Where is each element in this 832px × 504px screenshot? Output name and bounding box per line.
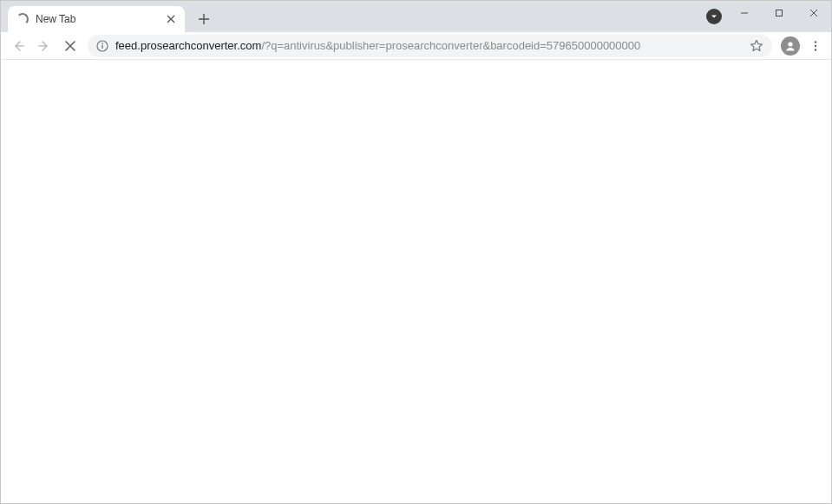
caret-down-icon xyxy=(710,12,718,21)
new-tab-button[interactable] xyxy=(192,7,216,31)
url-host: feed.prosearchconverter.com xyxy=(115,39,261,52)
menu-button[interactable] xyxy=(805,34,826,58)
titlebar: New Tab xyxy=(1,1,831,32)
tab-title: New Tab xyxy=(36,13,164,25)
url-path: /?q=antivirus&publisher=prosearchconvert… xyxy=(261,39,640,52)
forward-button[interactable] xyxy=(32,34,56,58)
svg-rect-0 xyxy=(776,10,783,16)
info-icon xyxy=(96,40,108,52)
profile-button[interactable] xyxy=(781,36,800,56)
window-close-button[interactable] xyxy=(796,1,831,25)
url-text: feed.prosearchconverter.com/?q=antivirus… xyxy=(115,39,743,52)
maximize-button[interactable] xyxy=(762,1,796,25)
user-icon xyxy=(784,40,796,52)
loading-spinner-icon xyxy=(16,13,29,25)
close-icon xyxy=(167,15,175,23)
star-icon xyxy=(750,39,763,53)
stop-button[interactable] xyxy=(58,34,82,58)
minimize-button[interactable] xyxy=(727,1,762,25)
bookmark-button[interactable] xyxy=(750,39,763,53)
address-bar[interactable]: feed.prosearchconverter.com/?q=antivirus… xyxy=(88,35,772,57)
svg-point-4 xyxy=(788,42,792,46)
svg-rect-3 xyxy=(102,45,102,49)
page-content xyxy=(1,60,831,503)
svg-point-5 xyxy=(815,41,816,43)
site-info-button[interactable] xyxy=(96,40,108,52)
svg-point-7 xyxy=(815,49,816,50)
toolbar: feed.prosearchconverter.com/?q=antivirus… xyxy=(1,32,831,60)
browser-tab[interactable]: New Tab xyxy=(8,6,185,32)
plus-icon xyxy=(198,13,210,25)
arrow-left-icon xyxy=(11,39,25,53)
extension-badge[interactable] xyxy=(706,9,722,24)
svg-point-2 xyxy=(102,43,103,44)
close-icon xyxy=(809,9,818,17)
back-button[interactable] xyxy=(6,34,30,58)
close-tab-button[interactable] xyxy=(164,12,178,26)
close-icon xyxy=(63,39,77,53)
window-controls xyxy=(727,1,831,25)
svg-point-6 xyxy=(815,44,816,46)
minimize-icon xyxy=(740,9,749,17)
kebab-icon xyxy=(809,40,822,52)
maximize-icon xyxy=(775,9,783,17)
arrow-right-icon xyxy=(37,39,51,53)
